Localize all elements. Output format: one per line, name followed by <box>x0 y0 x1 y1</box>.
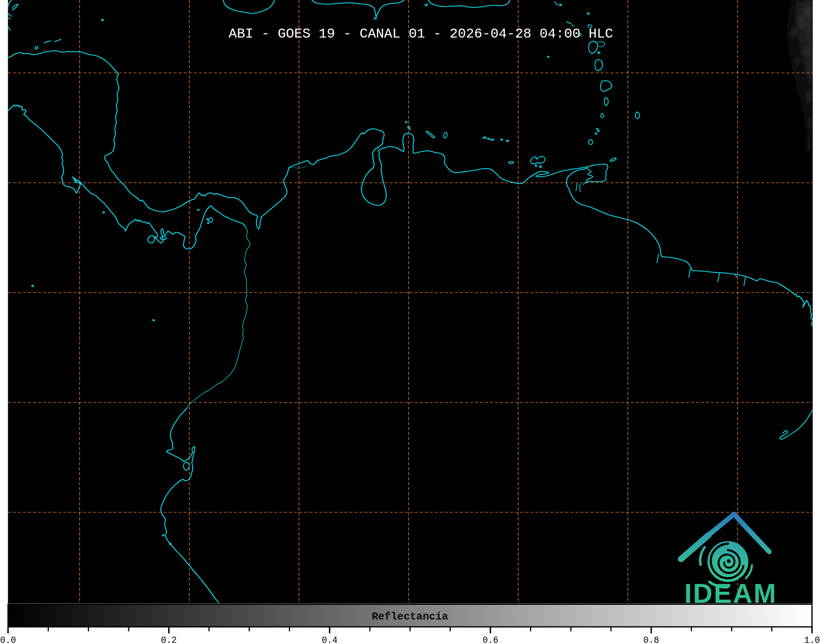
svg-text:0.4: 0.4 <box>322 635 338 644</box>
svg-text:0.8: 0.8 <box>643 635 659 644</box>
svg-text:0.2: 0.2 <box>161 635 177 644</box>
svg-text:Reflectancia: Reflectancia <box>372 611 448 623</box>
svg-text:0.0: 0.0 <box>0 635 16 644</box>
svg-text:1.0: 1.0 <box>804 635 820 644</box>
svg-text:ABI - GOES 19 - CANAL 01 - 202: ABI - GOES 19 - CANAL 01 - 2026-04-28 04… <box>229 26 613 42</box>
svg-text:0.6: 0.6 <box>483 635 498 644</box>
